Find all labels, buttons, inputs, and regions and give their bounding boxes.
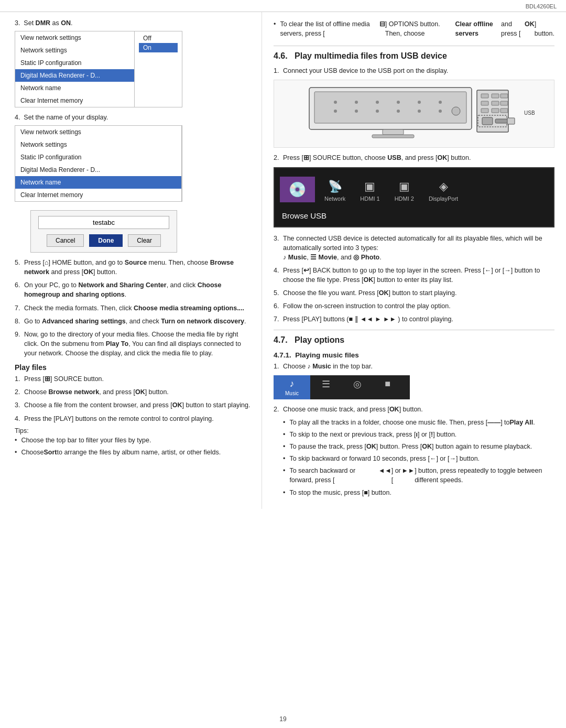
- play-files-list: 1. Press [⊞] SOURCE button. 2. Choose Br…: [15, 374, 252, 423]
- svg-rect-22: [492, 108, 499, 113]
- svg-point-10: [376, 110, 379, 113]
- music-tab-photo[interactable]: ◎: [342, 375, 373, 399]
- music-tab-label: Music: [285, 390, 299, 396]
- section47-divider: [274, 330, 554, 330]
- section-divider: [274, 46, 554, 46]
- option-off[interactable]: Off: [139, 34, 178, 43]
- pf-step4: 4. Press the [PLAY] buttons on the remot…: [15, 414, 252, 423]
- main-content: 3. Set DMR as ON. View network settings …: [0, 12, 566, 509]
- left-column: 3. Set DMR as ON. View network settings …: [0, 12, 262, 509]
- name-dialog: Cancel Done Clear: [30, 210, 177, 253]
- option-on[interactable]: On: [139, 43, 178, 52]
- step4-label: 4. Set the name of your display.: [15, 114, 252, 121]
- source-icon-usb[interactable]: 💿: [280, 177, 315, 202]
- stop-tab-icon: ■: [385, 378, 390, 389]
- source-icon-hdmi2[interactable]: ▣ HDMI 2: [387, 177, 421, 205]
- menu-item-network-settings: Network settings: [15, 44, 134, 57]
- music-tab-bar: ♪ Music ☰ ◎ ■: [274, 375, 410, 399]
- source-label-hdmi2: HDMI 2: [395, 195, 414, 202]
- music-bullet2: To skip to the next or previous track, p…: [283, 430, 554, 439]
- source-label-hdmi1: HDMI 1: [360, 195, 379, 202]
- photo-tab-icon: ◎: [353, 378, 362, 390]
- svg-rect-27: [507, 118, 515, 124]
- tips-list: Choose the top bar to filter your files …: [15, 436, 252, 457]
- source-icon-network[interactable]: 📡 Network: [317, 177, 353, 205]
- source-icon-hdmi1[interactable]: ▣ HDMI 1: [353, 177, 387, 205]
- svg-point-8: [334, 110, 337, 113]
- offline-bullet: To clear the list of offline media serve…: [274, 19, 554, 38]
- section471-heading: 4.7.1. Playing music files: [274, 351, 554, 359]
- source-selector-ui: 💿 📡 Network ▣ HDMI 1 ▣ HDMI: [274, 167, 554, 227]
- music-tab-list[interactable]: ☰: [310, 375, 342, 399]
- menu-item-dmr-selected[interactable]: Digital Media Renderer - D...: [15, 69, 134, 82]
- svg-point-11: [397, 110, 400, 113]
- s46-step5: 5. Choose the file you want. Press [OK] …: [274, 288, 554, 298]
- hdmi2-icon: ▣: [399, 180, 410, 193]
- section471-title: Playing music files: [295, 351, 359, 359]
- menu-item-network-name: Network name: [15, 82, 134, 94]
- svg-rect-18: [481, 101, 488, 105]
- usb-diagram-svg: USB: [293, 82, 535, 145]
- step4-menu-box: View network settings Network settings S…: [15, 125, 182, 202]
- step3-menu-box: View network settings Network settings S…: [15, 31, 182, 107]
- s471-step2: 2. Choose one music track, and press [OK…: [274, 405, 554, 414]
- music-bullets-list: To play all the tracks in a folder, choo…: [283, 418, 554, 497]
- svg-rect-16: [492, 94, 499, 98]
- svg-rect-20: [500, 101, 508, 105]
- cancel-button[interactable]: Cancel: [47, 234, 84, 247]
- section47-num: 4.7.: [274, 335, 288, 344]
- source-icon-displayport[interactable]: ◈ DisplayPort: [421, 177, 465, 205]
- pf-step2: 2. Choose Browse network, and press [OK]…: [15, 387, 252, 397]
- svg-point-2: [334, 101, 337, 104]
- s46-step7: 7. Press [PLAY] buttons (■ ‖ ◄◄ ► ►► ) t…: [274, 314, 554, 324]
- play-files-section: Play files: [15, 363, 252, 372]
- s4-menu-item-static-ip: Static IP configuration: [15, 151, 181, 164]
- s4-menu-item-view-network: View network settings: [15, 126, 181, 138]
- source-icons-row: 💿 📡 Network ▣ HDMI 1 ▣ HDMI: [275, 173, 553, 208]
- menu-item-view-network: View network settings: [15, 31, 134, 44]
- steps-5-9-list: 5. Press [⌂] HOME button, and go to Sour…: [15, 258, 252, 358]
- music-tab-stop[interactable]: ■: [373, 375, 402, 399]
- svg-rect-29: [383, 129, 404, 135]
- tip1: Choose the top bar to filter your files …: [15, 436, 252, 445]
- s46-step2: 2. Press [⊞] SOURCE button, choose USB, …: [274, 153, 554, 162]
- source-label-displayport: DisplayPort: [429, 195, 458, 202]
- source-label-network: Network: [324, 195, 345, 202]
- s471-step1: 1. Choose ♪ Music in the top bar.: [274, 362, 554, 371]
- clear-button[interactable]: Clear: [128, 234, 161, 247]
- right-column: To clear the list of offline media serve…: [262, 12, 566, 509]
- name-input[interactable]: [38, 216, 169, 229]
- step3-menu-left: View network settings Network settings S…: [15, 31, 135, 107]
- s4-menu-item-network-name-selected[interactable]: Network name: [15, 176, 181, 189]
- list-tab-icon: ☰: [322, 378, 330, 390]
- svg-point-7: [439, 101, 442, 104]
- disc-icon: 💿: [288, 181, 307, 198]
- step6: 6. On your PC, go to Network and Sharing…: [15, 280, 252, 299]
- s4-menu-item-clear-internet: Clear Internet memory: [15, 189, 181, 201]
- music-bullet4: To skip backward or forward 10 seconds, …: [283, 454, 554, 463]
- svg-point-12: [418, 110, 421, 113]
- section46-steps-3-7: 3. The connected USB device is detected …: [274, 234, 554, 324]
- section46-num: 4.6.: [274, 51, 288, 60]
- step3-menu-right: View network settings Network settings S…: [15, 31, 182, 107]
- svg-point-5: [397, 101, 400, 104]
- displayport-icon: ◈: [439, 180, 448, 193]
- section471-steps2: 2. Choose one music track, and press [OK…: [274, 405, 554, 414]
- svg-rect-23: [500, 108, 508, 113]
- menu-item-clear-internet: Clear Internet memory: [15, 94, 134, 107]
- step9: 9. Now, go to the directory of your medi…: [15, 330, 252, 358]
- s46-step4: 4. Press [↩] BACK button to go up to the…: [274, 266, 554, 285]
- svg-rect-30: [372, 135, 414, 138]
- s46-step6: 6. Follow the on-screen instruction to c…: [274, 301, 554, 311]
- section46-steps: 1. Connect your USB device to the USB po…: [274, 66, 554, 75]
- menu-item-static-ip: Static IP configuration: [15, 57, 134, 69]
- model-number: BDL4260EL: [526, 3, 557, 9]
- svg-rect-21: [481, 108, 488, 113]
- music-tab-music[interactable]: ♪ Music: [274, 375, 310, 399]
- offline-bullet-list: To clear the list of offline media serve…: [274, 19, 554, 38]
- pf-step3: 3. Choose a file from the content browse…: [15, 400, 252, 410]
- section47-title: Play options: [295, 335, 344, 344]
- s46-step1: 1. Connect your USB device to the USB po…: [274, 66, 554, 75]
- done-button[interactable]: Done: [89, 234, 123, 247]
- browse-usb-label: Browse USB: [275, 208, 553, 223]
